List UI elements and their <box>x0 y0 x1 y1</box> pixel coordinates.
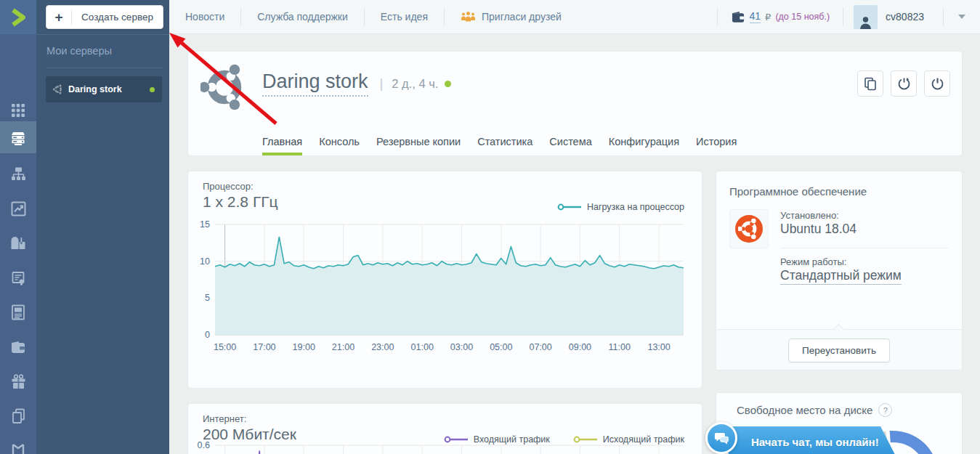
x-axis-label: 01:00 <box>411 342 434 352</box>
plus-icon: + <box>46 10 71 24</box>
sidebar-item-network[interactable] <box>0 164 36 183</box>
x-axis-label: 19:00 <box>293 342 315 352</box>
internet-traffic-chart[interactable]: 0.6 <box>188 404 702 454</box>
chat-banner-text: Начать чат, мы онлайн! <box>751 436 879 448</box>
x-axis-label: 07:00 <box>529 342 551 352</box>
tab-label: Резервные копии <box>376 136 461 147</box>
sidebar-item-wallet[interactable] <box>0 338 36 357</box>
user-menu-caret[interactable] <box>944 0 980 33</box>
tab-sistema[interactable]: Система <box>549 128 591 155</box>
installed-os: Ubuntu 18.04 <box>780 222 857 237</box>
nav-support[interactable]: Служба поддержки <box>241 11 364 23</box>
ubuntu-icon <box>738 218 760 240</box>
avatar <box>854 5 878 29</box>
disk-title-text: Свободное место на диске <box>737 404 872 416</box>
gift-icon <box>11 374 26 389</box>
nav-news[interactable]: Новости <box>169 11 240 23</box>
nav-invite-friends[interactable]: Пригласи друзей <box>445 11 578 23</box>
reinstall-button[interactable]: Переустановить <box>788 339 890 362</box>
documents-copies-icon <box>11 408 26 424</box>
dashboard-grid-icon <box>11 103 25 118</box>
tab-istoriya[interactable]: История <box>696 128 737 155</box>
reboot-server-button[interactable] <box>891 70 917 97</box>
installed-label: Установлено: <box>780 210 839 221</box>
server-title[interactable]: Daring stork <box>262 70 368 97</box>
software-card-footer: Переустановить <box>716 329 962 370</box>
sidebar-item-documents[interactable] <box>0 407 36 426</box>
create-server-button[interactable]: + Создать сервер <box>46 5 163 29</box>
help-icon[interactable]: ? <box>878 403 892 417</box>
wallet-icon <box>10 341 26 354</box>
sidebar-item-certificates[interactable] <box>0 269 36 288</box>
tab-konsol[interactable]: Консоль <box>319 128 360 155</box>
power-server-button[interactable] <box>924 70 950 97</box>
topbar: Новости Служба поддержки Есть идея Пригл… <box>169 0 980 34</box>
certificate-icon <box>11 271 26 286</box>
divider <box>780 248 949 248</box>
bookmark-flag-icon <box>11 442 25 454</box>
currency-symbol: ₽ <box>765 12 771 23</box>
copy-server-button[interactable] <box>857 70 883 97</box>
tab-konfiguratsiya[interactable]: Конфигурация <box>609 128 679 155</box>
sidebar-server-item[interactable]: Daring stork <box>46 76 162 102</box>
chat-banner[interactable]: Начать чат, мы онлайн! <box>728 426 899 454</box>
network-icon <box>11 166 26 182</box>
app-logo[interactable] <box>0 0 36 34</box>
chat-widget[interactable]: Начать чат, мы онлайн! <box>705 422 902 454</box>
sidebar-item-servers[interactable] <box>0 129 36 148</box>
server-header-card: Daring stork | 2 д., 4 ч. Главная <box>187 51 963 156</box>
sidebar-item-dashboard[interactable] <box>0 101 36 120</box>
power-icon <box>931 77 944 91</box>
my-servers-heading: Мои серверы <box>46 45 112 57</box>
chat-bubbles-icon <box>714 431 729 445</box>
software-card-title: Программное обеспечение <box>729 185 867 198</box>
user-menu[interactable]: cv80823 <box>843 5 943 29</box>
sidebar-item-news[interactable] <box>0 303 36 322</box>
tab-label: Главная <box>262 136 302 147</box>
mailbox-icon <box>10 236 26 251</box>
server-actions <box>857 70 950 97</box>
tab-label: Консоль <box>319 136 360 147</box>
ubuntu-icon <box>53 84 63 94</box>
cpu-chart-card: Процессор: 1 x 2.8 ГГц Нагрузка на проце… <box>187 171 702 389</box>
server-tabs: Главная Консоль Резервные копии Статисти… <box>262 128 947 155</box>
balance-amount: 41 <box>750 10 761 23</box>
nav-idea[interactable]: Есть идея <box>365 11 444 23</box>
mode-link[interactable]: Стандартный режим <box>780 268 902 285</box>
x-axis-label: 11:00 <box>609 342 631 352</box>
y-axis-label: 0 <box>205 330 210 340</box>
y-axis-label: 15 <box>200 219 210 230</box>
x-axis-label: 17:00 <box>253 342 275 352</box>
nav-idea-label: Есть идея <box>381 11 428 23</box>
divider <box>36 34 169 35</box>
tab-label: Статистика <box>477 136 532 147</box>
x-axis-label: 05:00 <box>490 342 512 352</box>
divider <box>46 68 162 68</box>
tab-glavnaya[interactable]: Главная <box>262 128 302 155</box>
balance-widget[interactable]: 41 ₽ (до 15 нояб.) <box>718 10 843 23</box>
sidebar-item-mail[interactable] <box>0 234 36 253</box>
chat-bubble-button[interactable] <box>705 422 737 454</box>
x-axis-label: 09:00 <box>569 342 591 352</box>
server-uptime: 2 д., 4 ч. <box>392 77 438 91</box>
person-icon <box>858 15 873 29</box>
sidebar-icon-strip <box>0 0 36 454</box>
internet-chart-card: Интернет: 200 Мбит/сек Входящий трафик И… <box>187 403 702 454</box>
x-axis-label: 13:00 <box>647 342 670 352</box>
news-icon <box>11 304 25 320</box>
copy-icon <box>864 77 877 91</box>
tab-label: История <box>696 136 737 147</box>
cpu-load-chart[interactable]: 15:0017:0019:0021:0023:0001:0003:0005:00… <box>188 171 702 388</box>
x-axis-label: 23:00 <box>371 342 394 352</box>
tab-rezervnye-kopii[interactable]: Резервные копии <box>376 128 461 155</box>
server-item-name: Daring stork <box>68 84 150 94</box>
nav-invite-label: Пригласи друзей <box>482 11 562 23</box>
sidebar-item-bookmarks[interactable] <box>0 439 36 454</box>
tab-label: Конфигурация <box>609 136 679 147</box>
sidebar-item-gifts[interactable] <box>0 372 36 391</box>
sidebar-item-statistics[interactable] <box>0 199 36 218</box>
sidebar-panel: + Создать сервер Мои серверы Daring stor… <box>36 0 169 454</box>
statistics-icon <box>11 201 26 216</box>
tab-statistika[interactable]: Статистика <box>477 128 532 155</box>
create-server-label: Создать сервер <box>72 12 163 23</box>
